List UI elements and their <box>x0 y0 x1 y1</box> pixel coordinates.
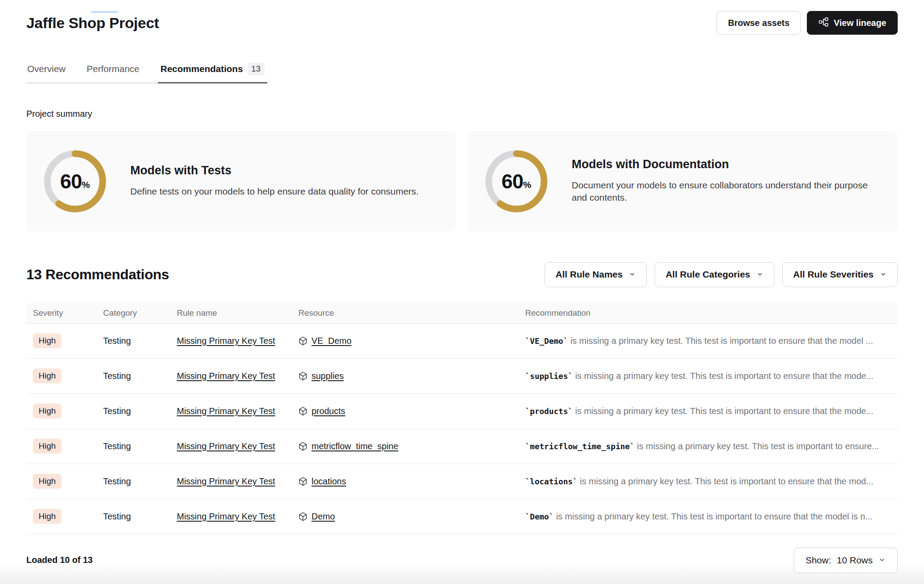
rule-name-link[interactable]: Missing Primary Key Test <box>177 476 275 486</box>
col-severity: Severity <box>26 308 97 318</box>
resource-code: `supplies` <box>525 371 573 381</box>
browse-assets-button[interactable]: Browse assets <box>716 11 801 35</box>
tests-donut-chart: 60 % <box>44 150 106 213</box>
rule-names-filter-label: All Rule Names <box>555 269 623 280</box>
severity-badge: High <box>33 509 61 524</box>
rule-severities-filter[interactable]: All Rule Severities <box>782 262 898 287</box>
header-actions: Browse assets View lineage <box>716 11 898 35</box>
col-resource: Resource <box>292 308 519 318</box>
resource-link[interactable]: locations <box>312 476 346 487</box>
summary-cards: 60 % Models with Tests Define tests on y… <box>26 131 898 231</box>
category-cell: Testing <box>97 441 170 451</box>
resource-link[interactable]: metricflow_time_spine <box>312 441 398 451</box>
resource-code: `Demo` <box>525 512 554 521</box>
rule-names-filter[interactable]: All Rule Names <box>544 262 647 287</box>
category-cell: Testing <box>97 336 170 346</box>
rule-name-link[interactable]: Missing Primary Key Test <box>177 336 275 346</box>
lineage-icon <box>818 17 829 29</box>
category-cell: Testing <box>97 476 170 487</box>
severity-badge: High <box>33 368 61 383</box>
category-cell: Testing <box>97 406 170 416</box>
tab-overview[interactable]: Overview <box>26 63 67 83</box>
docs-percent-value: 60 <box>501 169 523 193</box>
docs-card-description: Document your models to ensure collabora… <box>572 179 880 204</box>
rule-name-link[interactable]: Missing Primary Key Test <box>177 406 275 416</box>
model-cube-icon <box>298 371 308 381</box>
table-row: High Testing Missing Primary Key Test pr… <box>26 394 898 429</box>
resource-code: `products` <box>525 407 573 416</box>
show-rows-value: 10 Rows <box>837 555 873 566</box>
recommendations-heading: 13 Recommendations <box>26 267 169 283</box>
resource-link[interactable]: supplies <box>312 371 344 381</box>
recommendation-text: is missing a primary key test. This test… <box>577 476 873 486</box>
table-footer: Loaded 10 of 13 Show: 10 Rows <box>26 548 898 573</box>
show-label: Show: <box>806 555 831 566</box>
docs-percent-symbol: % <box>523 180 531 190</box>
resource-link[interactable]: products <box>312 406 345 416</box>
models-with-tests-card: 60 % Models with Tests Define tests on y… <box>26 131 456 231</box>
chevron-down-icon <box>880 269 887 280</box>
chevron-down-icon <box>878 555 886 566</box>
view-lineage-label: View lineage <box>834 18 886 28</box>
col-rule-name: Rule name <box>170 308 292 318</box>
severity-badge: High <box>33 439 61 454</box>
tests-card-description: Define tests on your models to help ensu… <box>130 185 419 198</box>
show-rows-select[interactable]: Show: 10 Rows <box>794 548 898 573</box>
resource-link[interactable]: Demo <box>312 512 335 522</box>
col-recommendation: Recommendation <box>519 308 898 318</box>
model-cube-icon <box>298 442 308 451</box>
table-body: High Testing Missing Primary Key Test VE… <box>26 324 898 534</box>
rule-categories-filter[interactable]: All Rule Categories <box>655 262 774 287</box>
tests-percent-symbol: % <box>82 180 90 190</box>
browse-assets-label: Browse assets <box>728 18 789 28</box>
tab-overview-label: Overview <box>27 64 66 74</box>
top-blue-indicator <box>91 11 118 13</box>
models-with-docs-card: 60 % Models with Documentation Document … <box>468 131 898 231</box>
severity-badge: High <box>33 474 61 489</box>
model-cube-icon <box>298 477 308 486</box>
model-cube-icon <box>298 407 308 416</box>
table-row: High Testing Missing Primary Key Test De… <box>26 499 898 534</box>
docs-donut-chart: 60 % <box>485 150 548 213</box>
project-summary-label: Project summary <box>26 109 898 119</box>
loaded-status: Loaded 10 of 13 <box>26 555 93 565</box>
tests-card-title: Models with Tests <box>130 164 419 177</box>
resource-code: `VE_Demo` <box>525 336 568 346</box>
page-header: Jaffle Shop Project Browse assets View <box>26 11 898 35</box>
tests-percent-value: 60 <box>60 169 82 193</box>
col-category: Category <box>97 308 170 318</box>
tab-recommendations-label: Recommendations <box>161 64 243 74</box>
table-row: High Testing Missing Primary Key Test me… <box>26 429 898 464</box>
table-row: High Testing Missing Primary Key Test VE… <box>26 324 898 359</box>
category-cell: Testing <box>97 512 170 522</box>
view-lineage-button[interactable]: View lineage <box>807 11 898 35</box>
table-row: High Testing Missing Primary Key Test su… <box>26 359 898 394</box>
recommendation-text: is missing a primary key test. This test… <box>568 336 873 346</box>
rule-name-link[interactable]: Missing Primary Key Test <box>177 441 275 451</box>
table-header-row: Severity Category Rule name Resource Rec… <box>26 303 898 324</box>
rule-categories-filter-label: All Rule Categories <box>666 269 750 280</box>
recommendations-count-badge: 13 <box>247 63 265 76</box>
tab-performance-label: Performance <box>87 64 140 74</box>
tab-bar: Overview Performance Recommendations 13 <box>26 63 267 83</box>
recommendation-text: is missing a primary key test. This test… <box>554 512 873 521</box>
recommendation-text: is missing a primary key test. This test… <box>573 371 873 381</box>
filters: All Rule Names All Rule Categories All R… <box>544 262 898 287</box>
model-cube-icon <box>298 336 308 346</box>
rule-name-link[interactable]: Missing Primary Key Test <box>177 371 275 381</box>
resource-link[interactable]: VE_Demo <box>312 336 351 346</box>
chevron-down-icon <box>629 269 636 280</box>
recommendations-table: Severity Category Rule name Resource Rec… <box>26 303 898 534</box>
tab-recommendations[interactable]: Recommendations 13 <box>160 63 265 83</box>
project-page: Jaffle Shop Project Browse assets View <box>0 11 924 584</box>
model-cube-icon <box>298 512 308 521</box>
recommendations-header: 13 Recommendations All Rule Names All Ru… <box>26 262 898 287</box>
category-cell: Testing <box>97 371 170 381</box>
page-title: Jaffle Shop Project <box>26 14 159 32</box>
recommendation-text: is missing a primary key test. This test… <box>573 406 873 416</box>
resource-code: `locations` <box>525 477 577 486</box>
rule-name-link[interactable]: Missing Primary Key Test <box>177 512 275 521</box>
docs-card-title: Models with Documentation <box>572 158 880 171</box>
tab-performance[interactable]: Performance <box>86 63 140 83</box>
recommendation-text: is missing a primary key test. This test… <box>634 441 879 451</box>
